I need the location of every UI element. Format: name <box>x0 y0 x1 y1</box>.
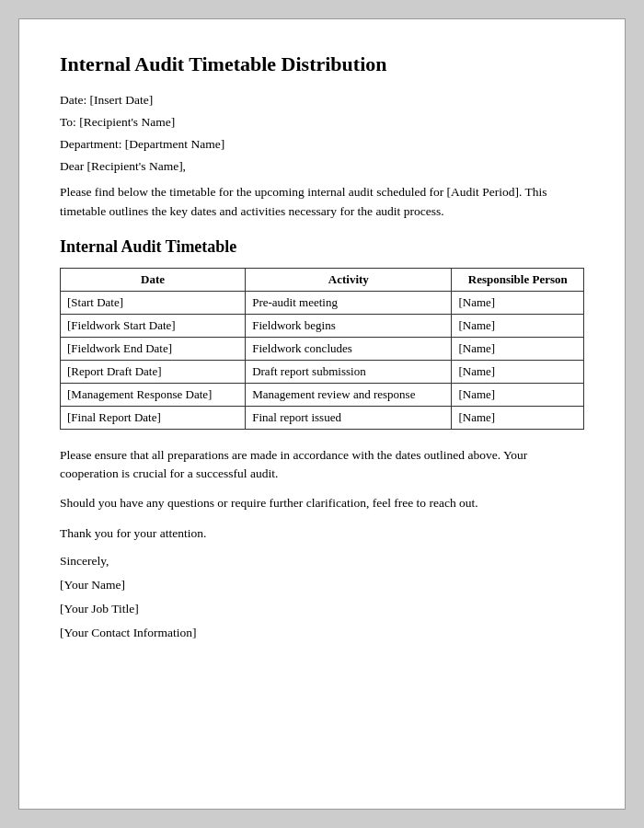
greeting-line: Dear [Recipient's Name], <box>60 159 584 174</box>
table-row: [Management Response Date]Management rev… <box>61 383 584 406</box>
table-row: [Start Date]Pre-audit meeting[Name] <box>61 291 584 314</box>
table-cell-2-2: [Name] <box>452 337 584 360</box>
sincerely-line: Sincerely, <box>60 554 584 569</box>
table-cell-2-0: [Fieldwork End Date] <box>61 337 246 360</box>
table-cell-3-2: [Name] <box>452 360 584 383</box>
col-header-date: Date <box>61 268 246 291</box>
table-cell-0-2: [Name] <box>452 291 584 314</box>
contact-line: [Your Contact Information] <box>60 626 584 640</box>
col-header-responsible: Responsible Person <box>452 268 584 291</box>
table-row: [Fieldwork End Date]Fieldwork concludes[… <box>61 337 584 360</box>
table-cell-4-0: [Management Response Date] <box>61 383 246 406</box>
job-title-line: [Your Job Title] <box>60 602 584 616</box>
table-cell-5-1: Final report issued <box>246 406 452 429</box>
table-cell-2-1: Fieldwork concludes <box>246 337 452 360</box>
table-cell-3-0: [Report Draft Date] <box>61 360 246 383</box>
body-paragraph-2: Should you have any questions or require… <box>60 494 584 512</box>
col-header-activity: Activity <box>246 268 452 291</box>
document-title: Internal Audit Timetable Distribution <box>60 52 584 76</box>
date-line: Date: [Insert Date] <box>60 93 584 108</box>
table-cell-5-2: [Name] <box>452 406 584 429</box>
body-paragraph-1: Please ensure that all preparations are … <box>60 446 584 484</box>
table-cell-1-0: [Fieldwork Start Date] <box>61 314 246 337</box>
closing-block: Sincerely, [Your Name] [Your Job Title] … <box>60 554 584 640</box>
intro-paragraph: Please find below the timetable for the … <box>60 183 584 221</box>
table-cell-1-1: Fieldwork begins <box>246 314 452 337</box>
document-container: Internal Audit Timetable Distribution Da… <box>18 18 626 810</box>
to-line: To: [Recipient's Name] <box>60 115 584 130</box>
table-row: [Final Report Date]Final report issued[N… <box>61 406 584 429</box>
table-cell-1-2: [Name] <box>452 314 584 337</box>
department-line: Department: [Department Name] <box>60 137 584 152</box>
table-cell-4-1: Management review and response <box>246 383 452 406</box>
body-paragraph-3: Thank you for your attention. <box>60 524 584 543</box>
table-cell-0-1: Pre-audit meeting <box>246 291 452 314</box>
table-cell-0-0: [Start Date] <box>61 291 246 314</box>
table-cell-5-0: [Final Report Date] <box>61 406 246 429</box>
audit-timetable: Date Activity Responsible Person [Start … <box>60 268 584 430</box>
table-cell-3-1: Draft report submission <box>246 360 452 383</box>
your-name-line: [Your Name] <box>60 578 584 592</box>
table-header-row: Date Activity Responsible Person <box>61 268 584 291</box>
table-row: [Fieldwork Start Date]Fieldwork begins[N… <box>61 314 584 337</box>
table-cell-4-2: [Name] <box>452 383 584 406</box>
timetable-section-title: Internal Audit Timetable <box>60 237 584 257</box>
table-row: [Report Draft Date]Draft report submissi… <box>61 360 584 383</box>
